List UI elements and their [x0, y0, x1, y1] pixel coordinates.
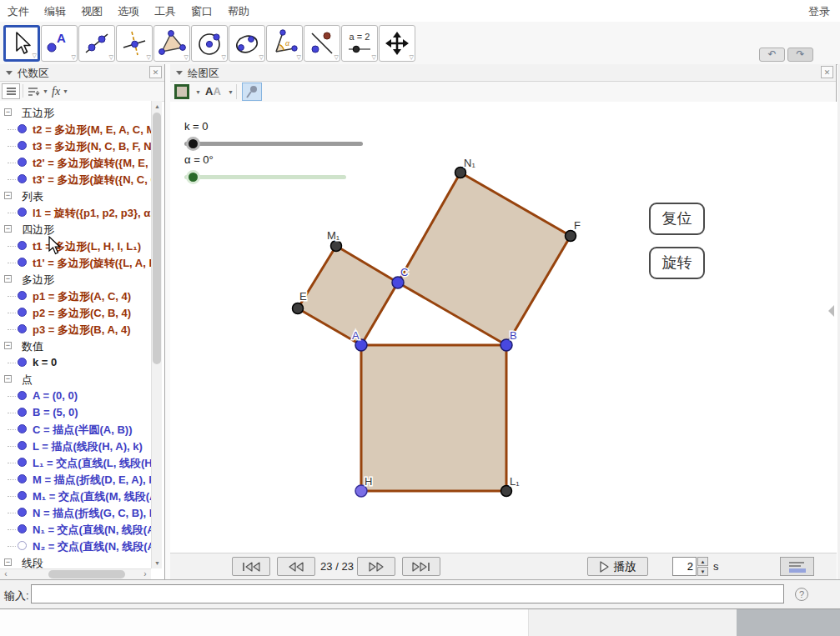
algebra-object-row[interactable]: t3 = 多边形(N, C, B, F, N₁): [0, 138, 151, 154]
algebra-object-row[interactable]: L₁ = 交点(直线(L, 线段(H: [0, 454, 151, 471]
menu-file[interactable]: 文件: [0, 0, 37, 19]
slider-alpha-handle[interactable]: [186, 170, 200, 184]
menu-tools[interactable]: 工具: [147, 0, 184, 19]
scrollbar-thumb[interactable]: [48, 570, 125, 578]
visibility-toggle[interactable]: [18, 491, 27, 500]
tool-dropdown-icon[interactable]: ▽: [297, 54, 301, 61]
perpendicular-line-tool-button[interactable]: ▽: [116, 25, 153, 62]
algebra-close-button[interactable]: ✕: [149, 66, 162, 78]
algebra-object-row[interactable]: t1 = 多边形(L, H, I, L₁): [0, 238, 151, 254]
tool-dropdown-icon[interactable]: ▽: [222, 54, 226, 61]
scroll-left-icon[interactable]: ‹: [1, 569, 11, 579]
algebra-object-row[interactable]: B = (5, 0): [0, 404, 151, 421]
algebra-object-row[interactable]: N = 描点(折线(G, C, B), k): [0, 504, 151, 521]
reflection-tool-button[interactable]: ▽: [304, 25, 340, 62]
algebra-object-row[interactable]: t2' = 多边形(旋转({M, E, D: [0, 154, 151, 171]
scrollbar-thumb[interactable]: [153, 113, 161, 364]
visibility-toggle[interactable]: [18, 458, 27, 467]
tool-dropdown-icon[interactable]: ▽: [147, 54, 151, 61]
collapse-toggle-icon[interactable]: −: [4, 192, 12, 199]
visibility-toggle[interactable]: [18, 474, 27, 483]
algebra-object-row[interactable]: k = 0: [0, 354, 151, 371]
algebra-object-row[interactable]: l1 = 旋转({p1, p2, p3}, α,: [0, 204, 151, 221]
graph-point-C[interactable]: [392, 277, 404, 288]
graph-point-F[interactable]: [566, 231, 576, 242]
tool-dropdown-icon[interactable]: ▽: [410, 54, 414, 61]
collapse-toggle-icon[interactable]: −: [4, 342, 12, 349]
visibility-toggle[interactable]: [18, 358, 27, 367]
move-tool-button[interactable]: ▽: [3, 25, 40, 62]
tool-dropdown-icon[interactable]: ▽: [259, 54, 264, 61]
visibility-toggle[interactable]: [18, 208, 27, 217]
algebra-object-row[interactable]: L = 描点(线段(H, A), k): [0, 438, 151, 454]
slider-tool-button[interactable]: a = 2 ▽: [341, 25, 378, 62]
algebra-horizontal-scrollbar[interactable]: ‹ ›: [0, 568, 151, 579]
construction-protocol-button[interactable]: [780, 557, 814, 576]
rotate-button[interactable]: 旋转: [649, 247, 705, 279]
algebra-group-row[interactable]: −数值: [0, 338, 151, 354]
menu-window[interactable]: 窗口: [184, 0, 220, 19]
menu-view[interactable]: 视图: [73, 0, 110, 19]
algebra-group-row[interactable]: −列表: [0, 188, 151, 204]
visibility-toggle[interactable]: [18, 424, 27, 433]
algebra-vertical-scrollbar[interactable]: ▲ ▼: [151, 101, 162, 568]
sort-mode-button[interactable]: ▼: [28, 83, 48, 99]
undo-button[interactable]: ↶: [759, 48, 785, 62]
collapse-toggle-icon[interactable]: −: [4, 375, 12, 383]
collapse-toggle-icon[interactable]: −: [4, 558, 12, 566]
visibility-toggle[interactable]: [18, 258, 27, 267]
dropdown-arrow-icon[interactable]: ▼: [228, 89, 234, 95]
algebra-group-row[interactable]: −线段: [0, 554, 151, 568]
algebra-object-row[interactable]: C = 描点(半圆(A, B)): [0, 421, 151, 438]
square-leg-left[interactable]: [298, 246, 398, 345]
angle-tool-button[interactable]: α ▽: [266, 25, 303, 62]
point-tool-button[interactable]: A ▽: [41, 25, 78, 62]
visibility-toggle[interactable]: [18, 324, 27, 333]
tool-dropdown-icon[interactable]: ▽: [33, 53, 37, 59]
visibility-toggle[interactable]: [18, 441, 27, 450]
algebra-object-row[interactable]: M₁ = 交点(直线(M, 线段(A: [0, 488, 151, 504]
auxiliary-objects-button[interactable]: [2, 83, 20, 99]
scroll-down-icon[interactable]: ▼: [152, 558, 163, 568]
visibility-toggle[interactable]: [18, 124, 27, 133]
visibility-toggle[interactable]: [18, 524, 27, 533]
graphics-canvas[interactable]: N₁FM₁ECABHL₁ k = 0 α = 0° 复位 旋转: [170, 102, 837, 553]
skip-to-start-button[interactable]: [232, 557, 270, 576]
command-input[interactable]: [31, 584, 784, 603]
panel-collapse-icon[interactable]: [176, 71, 183, 75]
algebra-object-row[interactable]: p1 = 多边形(A, C, 4): [0, 288, 151, 304]
algebra-object-row[interactable]: p3 = 多边形(B, A, 4): [0, 321, 151, 338]
slider-alpha-track[interactable]: [184, 175, 346, 179]
play-button[interactable]: 播放: [587, 557, 648, 576]
collapse-toggle-icon[interactable]: −: [4, 275, 12, 283]
slider-k-track[interactable]: [184, 142, 363, 146]
visibility-toggle[interactable]: [18, 158, 27, 167]
slider-k-handle[interactable]: [186, 137, 200, 151]
algebra-object-row[interactable]: M = 描点(折线(D, E, A), k): [0, 471, 151, 488]
visibility-toggle[interactable]: [18, 508, 27, 517]
color-style-swatch[interactable]: [174, 84, 189, 99]
algebra-group-row[interactable]: −多边形: [0, 271, 151, 288]
visibility-toggle[interactable]: [18, 241, 27, 250]
visibility-toggle[interactable]: [18, 308, 27, 317]
algebra-object-row[interactable]: A = (0, 0): [0, 388, 151, 404]
algebra-object-row[interactable]: t1' = 多边形(旋转({L, A, B: [0, 254, 151, 271]
polygon-tool-button[interactable]: ▽: [153, 25, 190, 62]
collapse-toggle-icon[interactable]: −: [4, 108, 12, 116]
algebra-group-row[interactable]: −五边形: [0, 104, 151, 121]
panel-collapse-icon[interactable]: [6, 71, 13, 75]
dropdown-arrow-icon[interactable]: ▼: [195, 89, 201, 95]
menu-edit[interactable]: 编辑: [37, 0, 73, 19]
algebra-object-row[interactable]: p2 = 多边形(C, B, 4): [0, 304, 151, 321]
graph-point-E[interactable]: [293, 303, 304, 314]
graph-point-M₁[interactable]: [331, 241, 342, 252]
skip-to-end-button[interactable]: [402, 557, 440, 576]
visibility-toggle[interactable]: [18, 174, 27, 183]
pin-button[interactable]: [242, 83, 262, 101]
move-graphics-tool-button[interactable]: ▽: [379, 25, 415, 62]
tool-dropdown-icon[interactable]: ▽: [372, 54, 376, 61]
algebra-object-row[interactable]: N₁ = 交点(直线(N, 线段(A: [0, 521, 151, 538]
collapse-panel-arrow-icon[interactable]: [828, 305, 834, 317]
algebra-object-row[interactable]: N₂ = 交点(直线(N, 线段(A: [0, 538, 151, 554]
tool-dropdown-icon[interactable]: ▽: [109, 54, 113, 61]
